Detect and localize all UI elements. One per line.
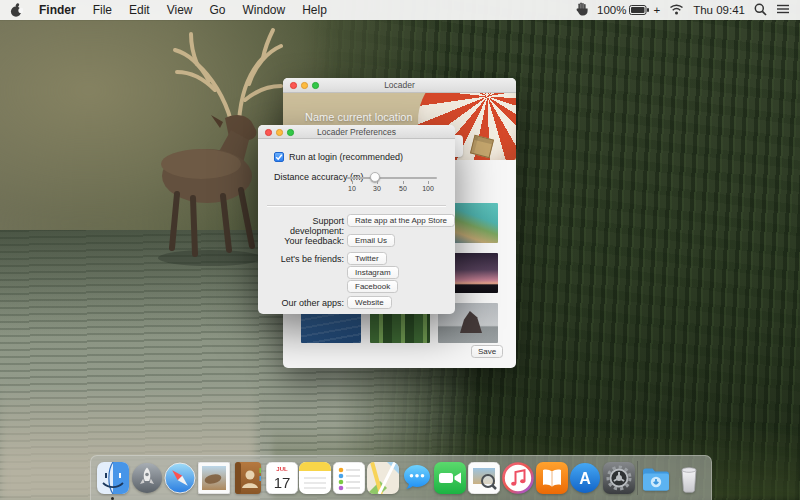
battery-icon — [629, 4, 650, 16]
minimize-button[interactable] — [276, 129, 283, 136]
rate-app-button[interactable]: Rate app at the App Store — [347, 214, 455, 227]
dock-item-maps[interactable] — [367, 462, 399, 494]
dock-item-calendar[interactable]: JUL 17 — [266, 462, 298, 494]
name-location-prompt: Name current location — [305, 111, 413, 123]
window-title: Locader Preferences — [317, 127, 396, 137]
slider-tick — [428, 181, 429, 184]
run-at-login-label: Run at login (recommended) — [289, 152, 403, 162]
facebook-button[interactable]: Facebook — [347, 280, 398, 293]
zoom-button[interactable] — [287, 129, 294, 136]
our-other-apps-label: Our other apps: — [258, 298, 344, 308]
dock: JUL 17 — [90, 455, 712, 500]
system-preferences-icon — [603, 462, 635, 494]
dock-separator — [637, 461, 638, 495]
run-at-login-checkbox[interactable] — [274, 152, 284, 162]
dock-item-downloads-folder[interactable] — [640, 462, 672, 494]
menu-item-finder[interactable]: Finder — [39, 3, 76, 17]
menu-clock[interactable]: Thu 09:41 — [693, 4, 745, 16]
minimize-button[interactable] — [301, 82, 308, 89]
safari-icon — [164, 462, 196, 494]
launchpad-icon — [131, 462, 163, 494]
dock-item-messages[interactable] — [401, 462, 433, 494]
battery-status[interactable]: 100% + — [597, 4, 660, 16]
preview-icon — [468, 462, 500, 494]
ibooks-icon — [536, 462, 568, 494]
downloads-folder-icon — [640, 462, 672, 494]
traffic-lights — [265, 129, 294, 136]
menu-status-area: 100% + Thu 09:41 — [576, 2, 790, 18]
menu-item-go[interactable]: Go — [210, 3, 226, 17]
support-development-label: Support development: — [258, 216, 344, 236]
tick-label-10: 10 — [340, 185, 364, 192]
locader-titlebar[interactable]: Locader — [283, 78, 516, 93]
dock-item-ibooks[interactable] — [536, 462, 568, 494]
twitter-button[interactable]: Twitter — [347, 252, 387, 265]
preferences-titlebar[interactable]: Locader Preferences — [258, 125, 455, 139]
itunes-icon — [502, 462, 534, 494]
menu-item-view[interactable]: View — [167, 3, 193, 17]
dock-item-app-store[interactable]: A — [569, 462, 601, 494]
battery-percent-label: 100% — [597, 4, 626, 16]
dock-item-facetime[interactable] — [434, 462, 466, 494]
notes-icon — [299, 462, 331, 494]
tick-label-30: 30 — [365, 185, 389, 192]
apple-logo-icon — [10, 3, 23, 18]
messages-icon — [401, 462, 433, 494]
spotlight-icon[interactable] — [754, 3, 767, 18]
dock-item-trash[interactable] — [673, 462, 705, 494]
trash-icon — [673, 462, 705, 494]
slider-tick — [377, 181, 378, 184]
window-title: Locader — [384, 80, 415, 90]
reminders-icon — [333, 462, 365, 494]
menu-item-file[interactable]: File — [93, 3, 112, 17]
menu-item-help[interactable]: Help — [302, 3, 327, 17]
svg-text:17: 17 — [273, 474, 290, 491]
tick-label-50: 50 — [391, 185, 415, 192]
traffic-lights — [290, 82, 319, 89]
app-store-icon: A — [569, 462, 601, 494]
svg-text:JUL: JUL — [276, 466, 288, 472]
slider-thumb[interactable] — [370, 172, 380, 182]
hand-icon[interactable] — [576, 2, 588, 18]
divider — [267, 205, 446, 206]
distance-accuracy-slider[interactable] — [347, 177, 437, 179]
close-button[interactable] — [290, 82, 297, 89]
menu-bar: Finder File Edit View Go Window Help 100… — [0, 0, 800, 20]
dock-item-safari[interactable] — [164, 462, 196, 494]
facetime-icon — [434, 462, 466, 494]
mail-icon — [198, 462, 230, 494]
slider-tick — [352, 181, 353, 184]
email-us-button[interactable]: Email Us — [347, 234, 395, 247]
menu-item-edit[interactable]: Edit — [129, 3, 150, 17]
contacts-icon — [232, 462, 264, 494]
notification-center-icon[interactable] — [776, 3, 790, 17]
dock-item-preview[interactable] — [468, 462, 500, 494]
close-button[interactable] — [265, 129, 272, 136]
apple-menu[interactable] — [10, 3, 23, 18]
dock-item-finder[interactable] — [97, 462, 129, 494]
check-icon — [275, 153, 283, 161]
lets-be-friends-label: Let's be friends: — [258, 254, 344, 264]
calendar-icon: JUL 17 — [266, 462, 298, 494]
charging-indicator: + — [653, 4, 660, 16]
dock-item-reminders[interactable] — [333, 462, 365, 494]
finder-icon — [97, 462, 129, 494]
dock-item-notes[interactable] — [299, 462, 331, 494]
wifi-icon[interactable] — [669, 3, 684, 17]
dock-item-contacts[interactable] — [232, 462, 264, 494]
your-feedback-label: Your feedback: — [258, 236, 344, 246]
website-button[interactable]: Website — [347, 296, 392, 309]
dock-item-launchpad[interactable] — [131, 462, 163, 494]
dock-item-itunes[interactable] — [502, 462, 534, 494]
dock-item-mail[interactable] — [198, 462, 230, 494]
instagram-button[interactable]: Instagram — [347, 266, 399, 279]
save-button[interactable]: Save — [471, 345, 503, 358]
menu-item-window[interactable]: Window — [243, 3, 286, 17]
svg-text:A: A — [579, 470, 591, 487]
slider-tick — [403, 181, 404, 184]
zoom-button[interactable] — [312, 82, 319, 89]
locader-preferences-window: Locader Preferences Run at login (recomm… — [258, 125, 455, 314]
tick-label-100: 100 — [416, 185, 440, 192]
dock-item-system-preferences[interactable] — [603, 462, 635, 494]
maps-icon — [367, 462, 399, 494]
